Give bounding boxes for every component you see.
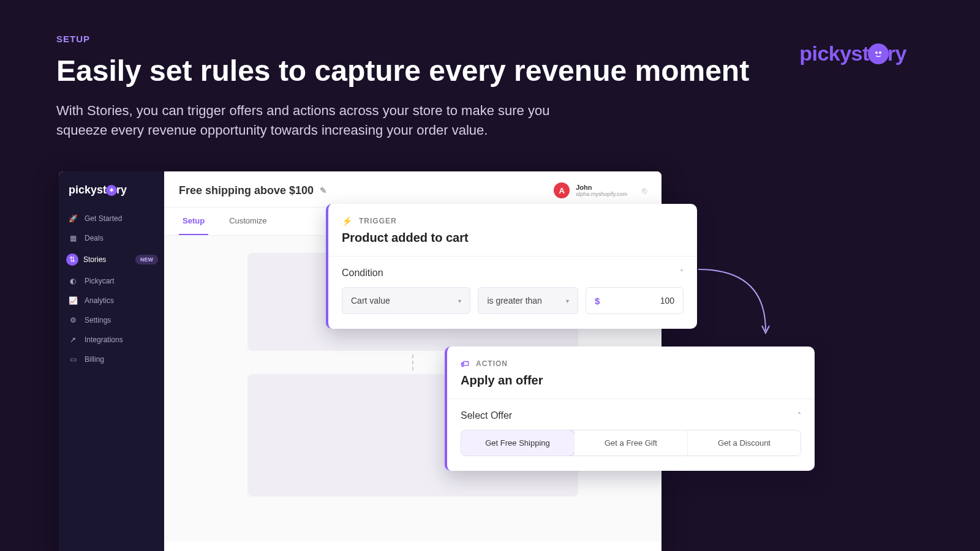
main-header: Free shipping above $100 ✎ A John alpha.… — [164, 171, 662, 208]
avatar[interactable]: A — [554, 182, 570, 198]
brand-text-left: pickyst — [799, 42, 869, 66]
tag-icon: 🏷 — [461, 359, 470, 369]
card-icon: ▭ — [67, 355, 78, 364]
currency-symbol: $ — [595, 296, 600, 306]
offer-option-discount[interactable]: Get a Discount — [687, 430, 801, 455]
condition-field-select[interactable]: Cart value ▾ — [342, 287, 470, 314]
connector-line — [412, 354, 413, 370]
user-name: John — [576, 184, 627, 191]
hero-subhead: With Stories, you can trigger offers and… — [56, 101, 583, 140]
select-offer-label: Select Offer — [461, 410, 512, 421]
action-eyebrow: 🏷 ACTION — [461, 359, 801, 369]
sidebar-item-label: Settings — [85, 316, 111, 324]
condition-label: Condition — [342, 268, 383, 279]
user-domain: alpha.myshopify.com — [576, 191, 627, 197]
new-badge: NEW — [135, 255, 158, 264]
chevron-up-icon[interactable]: ˄ — [797, 411, 801, 420]
user-cluster: A John alpha.myshopify.com ⎋ — [554, 182, 647, 198]
sidebar-item-label: Stories — [83, 255, 106, 264]
condition-value-input[interactable]: $ 100 — [586, 287, 684, 314]
sidebar-item-get-started[interactable]: 🚀 Get Started — [59, 209, 164, 228]
sidebar-item-integrations[interactable]: ↗ Integrations — [59, 330, 164, 350]
trigger-eyebrow: ⚡ TRIGGER — [342, 216, 684, 226]
trigger-eyebrow-text: TRIGGER — [359, 217, 397, 225]
sidebar: pickyst✶ry 🚀 Get Started ▦ Deals ⇅ Stori… — [59, 171, 164, 551]
brand-logo: pickyst ry — [799, 42, 907, 66]
chevron-down-icon: ▾ — [458, 298, 461, 304]
plug-icon: ↗ — [67, 335, 78, 344]
trigger-card: ⚡ TRIGGER Product added to cart Conditio… — [326, 204, 697, 329]
sidebar-logo: pickyst✶ry — [59, 180, 164, 209]
chevron-up-icon[interactable]: ˄ — [680, 269, 684, 277]
action-eyebrow-text: ACTION — [476, 359, 508, 368]
sidebar-item-label: Billing — [85, 355, 104, 364]
sidebar-item-settings[interactable]: ⚙ Settings — [59, 310, 164, 330]
user-meta: John alpha.myshopify.com — [576, 184, 627, 197]
condition-operator-select[interactable]: is greater than ▾ — [478, 287, 578, 314]
page-title-text: Free shipping above $100 — [179, 184, 314, 197]
tab-setup[interactable]: Setup — [179, 208, 208, 235]
sidebar-item-stories[interactable]: ⇅ Stories NEW — [59, 248, 164, 271]
brand-logo-mark — [868, 43, 889, 64]
svg-point-0 — [875, 51, 878, 54]
brand-text-right: ry — [888, 42, 907, 66]
condition-operator-value: is greater than — [487, 296, 542, 305]
offer-option-free-shipping[interactable]: Get Free Shipping — [461, 430, 575, 456]
pencil-icon[interactable]: ✎ — [320, 186, 327, 195]
sidebar-item-pickycart[interactable]: ◐ Pickycart — [59, 271, 164, 291]
sidebar-item-label: Integrations — [85, 335, 123, 344]
sidebar-item-label: Pickycart — [85, 277, 115, 285]
grid-icon: ▦ — [67, 234, 78, 242]
chart-icon: 📈 — [67, 296, 78, 305]
logout-icon[interactable]: ⎋ — [642, 186, 647, 195]
tab-customize[interactable]: Customize — [225, 208, 270, 235]
chevron-down-icon: ▾ — [566, 298, 569, 304]
stories-icon: ⇅ — [66, 253, 78, 266]
action-card: 🏷 ACTION Apply an offer Select Offer ˄ G… — [445, 347, 815, 471]
cart-icon: ◐ — [67, 277, 78, 285]
page-title: Free shipping above $100 ✎ — [179, 184, 327, 197]
bolt-icon: ⚡ — [342, 216, 353, 226]
condition-value: 100 — [606, 296, 674, 305]
flow-arrow-icon — [698, 257, 784, 343]
sidebar-item-analytics[interactable]: 📈 Analytics — [59, 291, 164, 310]
rocket-icon: 🚀 — [67, 214, 78, 223]
sidebar-item-deals[interactable]: ▦ Deals — [59, 228, 164, 248]
action-title: Apply an offer — [461, 373, 801, 388]
sidebar-item-label: Deals — [85, 234, 104, 242]
offer-option-free-gift[interactable]: Get a Free Gift — [574, 430, 687, 455]
condition-field-value: Cart value — [351, 296, 390, 305]
trigger-title: Product added to cart — [342, 231, 684, 245]
gear-icon: ⚙ — [67, 316, 78, 324]
sidebar-item-label: Analytics — [85, 296, 114, 305]
svg-point-1 — [879, 51, 881, 54]
sidebar-item-billing[interactable]: ▭ Billing — [59, 350, 164, 369]
sidebar-item-label: Get Started — [85, 214, 122, 223]
offer-segmented-control: Get Free Shipping Get a Free Gift Get a … — [461, 430, 801, 456]
